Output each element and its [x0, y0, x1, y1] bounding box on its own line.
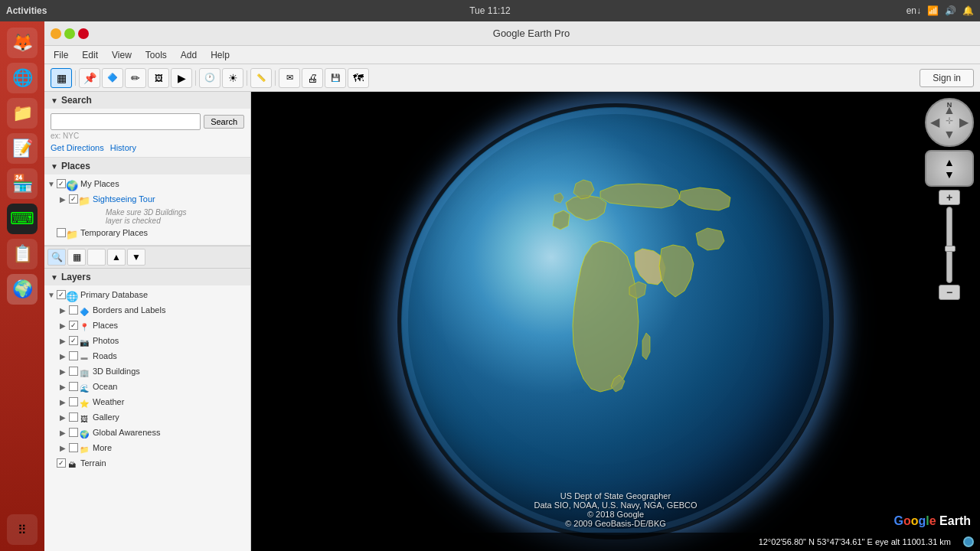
- global-awareness-item[interactable]: ▶ 🌍 Global Awareness: [44, 426, 250, 442]
- gallery-item[interactable]: ▶ 🖼 Gallery: [44, 411, 250, 426]
- search-input[interactable]: [51, 113, 201, 130]
- dock-notes[interactable]: 📋: [7, 239, 38, 269]
- my-places-expand[interactable]: ▼: [47, 180, 57, 188]
- add-image-button[interactable]: 🖼: [148, 68, 169, 88]
- global-checkbox[interactable]: [69, 428, 78, 437]
- photos-checkbox[interactable]: [69, 336, 78, 345]
- photos-item[interactable]: ▶ 📷 Photos: [44, 334, 250, 350]
- add-placemark-button[interactable]: 📌: [79, 68, 100, 88]
- buildings-item[interactable]: ▶ 🏢 3D Buildings: [44, 365, 250, 380]
- close-button[interactable]: [78, 28, 89, 39]
- dock-files[interactable]: 📁: [7, 98, 38, 129]
- dock-store[interactable]: 🏪: [7, 168, 38, 199]
- gallery-expand[interactable]: ▶: [60, 413, 69, 422]
- menu-tools[interactable]: Tools: [139, 48, 173, 62]
- sightseeing-expand[interactable]: ▶: [60, 195, 69, 204]
- tilt-up[interactable]: ▲: [944, 156, 955, 168]
- global-expand[interactable]: ▶: [60, 429, 69, 437]
- roads-item[interactable]: ▶ ▬ Roads: [44, 350, 250, 365]
- ocean-checkbox[interactable]: [69, 382, 78, 391]
- locale-btn[interactable]: en↓: [906, 5, 921, 16]
- signin-button[interactable]: Sign in: [920, 69, 974, 87]
- ruler-button[interactable]: 📏: [250, 68, 272, 88]
- compass-left[interactable]: ◀: [930, 116, 939, 129]
- get-directions-link[interactable]: Get Directions: [51, 143, 104, 152]
- my-places-checkbox[interactable]: [57, 179, 66, 188]
- tilt-control[interactable]: ▲ ▼: [925, 150, 974, 187]
- zoom-out-button[interactable]: −: [939, 285, 960, 300]
- menu-help[interactable]: Help: [204, 48, 236, 62]
- sightseeing-tour-item[interactable]: ▶ 📁 Sightseeing Tour: [44, 193, 250, 208]
- primary-db-expand[interactable]: ▼: [47, 291, 57, 299]
- history-link[interactable]: History: [110, 143, 136, 152]
- more-checkbox[interactable]: [69, 443, 78, 452]
- wifi-icon[interactable]: 📶: [927, 5, 939, 16]
- record-tour-button[interactable]: ▶: [171, 68, 192, 88]
- weather-item[interactable]: ▶ ⭐ Weather: [44, 396, 250, 411]
- sunlight-button[interactable]: ☀: [222, 68, 243, 88]
- temp-checkbox[interactable]: [57, 228, 66, 237]
- compass[interactable]: N ▲ ◀ ✛ ▶ ▼: [925, 98, 974, 147]
- dock-apps[interactable]: ⠿: [7, 514, 38, 545]
- tilt-down[interactable]: ▼: [944, 168, 955, 181]
- panel-down-btn[interactable]: ▼: [127, 249, 145, 266]
- add-path-button[interactable]: ✏: [125, 68, 146, 88]
- primary-db-item[interactable]: ▼ 🌐 Primary Database: [44, 289, 250, 304]
- places-layer-item[interactable]: ▶ 📍 Places: [44, 319, 250, 334]
- zoom-in-button[interactable]: +: [939, 190, 960, 205]
- sidebar-toggle-button[interactable]: ▦: [51, 68, 72, 88]
- my-places-item[interactable]: ▼ 🌍 My Places: [44, 178, 250, 193]
- search-section-header[interactable]: ▼ Search: [44, 92, 250, 109]
- menu-edit[interactable]: Edit: [76, 48, 104, 62]
- dock-browser[interactable]: 🌐: [7, 63, 38, 93]
- places-section-header[interactable]: ▼ Places: [44, 158, 250, 174]
- roads-expand[interactable]: ▶: [60, 352, 69, 360]
- globe[interactable]: [401, 107, 830, 536]
- primary-db-checkbox[interactable]: [57, 290, 66, 299]
- add-polygon-button[interactable]: 🔷: [102, 68, 123, 88]
- zoom-thumb[interactable]: [945, 246, 956, 252]
- dock-text[interactable]: 📝: [7, 133, 38, 164]
- panel-view-btn[interactable]: ▦: [67, 249, 86, 266]
- compass-down[interactable]: ▼: [943, 129, 956, 141]
- search-button[interactable]: Search: [204, 115, 244, 129]
- notify-icon[interactable]: 🔔: [962, 5, 974, 16]
- borders-expand[interactable]: ▶: [60, 306, 69, 315]
- terrain-item[interactable]: ▶ 🏔 Terrain: [44, 457, 250, 472]
- buildings-checkbox[interactable]: [69, 367, 78, 376]
- compass-right[interactable]: ▶: [959, 116, 969, 129]
- places-layer-expand[interactable]: ▶: [60, 321, 69, 330]
- dock-earth[interactable]: 🌍: [7, 274, 38, 305]
- historical-imagery-button[interactable]: 🕐: [199, 68, 220, 88]
- sound-icon[interactable]: 🔊: [945, 5, 956, 16]
- menu-add[interactable]: Add: [175, 48, 203, 62]
- more-expand[interactable]: ▶: [60, 444, 69, 452]
- gallery-checkbox[interactable]: [69, 412, 78, 422]
- panel-search-btn[interactable]: 🔍: [47, 249, 66, 266]
- activities-label[interactable]: Activities: [6, 5, 47, 16]
- borders-checkbox[interactable]: [69, 305, 78, 315]
- buildings-expand[interactable]: ▶: [60, 367, 69, 376]
- ocean-item[interactable]: ▶ 🌊 Ocean: [44, 380, 250, 396]
- compass-center[interactable]: ✛: [946, 116, 953, 129]
- dock-terminal[interactable]: ⌨: [7, 204, 38, 234]
- menu-view[interactable]: View: [106, 48, 138, 62]
- panel-up-btn[interactable]: ▲: [107, 249, 126, 266]
- panel-blank-btn[interactable]: [87, 249, 106, 266]
- dock-firefox[interactable]: 🦊: [7, 28, 38, 58]
- photos-expand[interactable]: ▶: [60, 337, 69, 345]
- weather-checkbox[interactable]: [69, 397, 78, 406]
- zoom-track[interactable]: [946, 207, 952, 283]
- roads-checkbox[interactable]: [69, 351, 78, 360]
- sightseeing-checkbox[interactable]: [69, 194, 78, 204]
- menu-file[interactable]: File: [47, 48, 74, 62]
- places-layer-checkbox[interactable]: [69, 321, 78, 330]
- save-image-button[interactable]: 💾: [325, 68, 346, 88]
- minimize-button[interactable]: [51, 28, 61, 39]
- map-area[interactable]: US Dept of State Geographer Data SIO, NO…: [251, 92, 980, 551]
- layers-section-header[interactable]: ▼ Layers: [44, 269, 250, 285]
- weather-expand[interactable]: ▶: [60, 398, 69, 406]
- print-button[interactable]: 🖨: [302, 68, 323, 88]
- ocean-expand[interactable]: ▶: [60, 383, 69, 391]
- map-options-button[interactable]: 🗺: [348, 68, 369, 88]
